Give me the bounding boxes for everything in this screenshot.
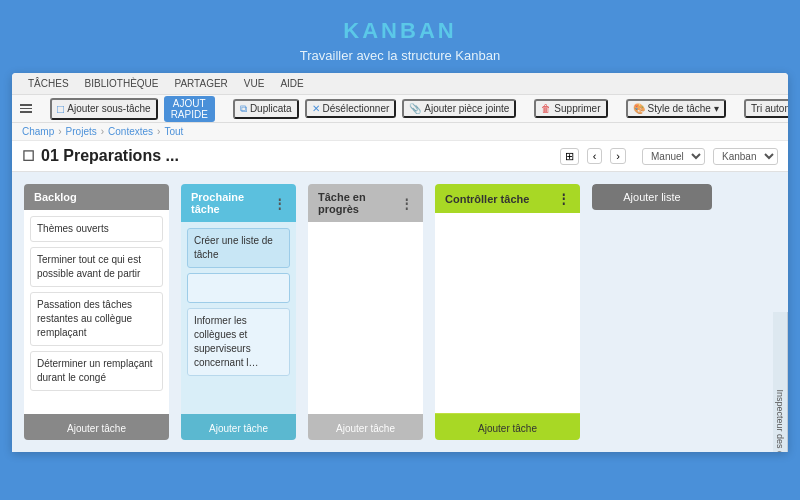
breadcrumb-sep3: › xyxy=(157,126,160,137)
controller-title: Contrôller tâche xyxy=(445,193,529,205)
app-title: KANBAN xyxy=(0,18,800,44)
chevron-down-icon: ▾ xyxy=(714,103,719,114)
grid-view-button[interactable]: ⊞ xyxy=(560,148,579,165)
add-list-button[interactable]: Ajouter liste xyxy=(592,184,712,210)
next-button[interactable]: › xyxy=(610,148,626,164)
column-progress: Tâche en progrès ⋮ Ajouter tâche xyxy=(308,184,423,440)
prochaine-footer: Ajouter tâche xyxy=(181,414,296,440)
column-controller: Contrôller tâche ⋮ Ajouter tâche xyxy=(435,184,580,440)
table-row[interactable]: Déterminer un remplaçant durant le congé xyxy=(30,351,163,391)
breadcrumb-projets[interactable]: Projets xyxy=(66,126,97,137)
prochaine-title: Prochaine tâche xyxy=(191,191,273,215)
breadcrumb: Champ › Projets › Contextes › Tout xyxy=(12,123,788,141)
menu-vue[interactable]: VUE xyxy=(236,78,273,89)
duplicata-icon: ⧉ xyxy=(240,103,247,115)
task-input-field[interactable] xyxy=(187,273,290,303)
progress-footer: Ajouter tâche xyxy=(308,414,423,440)
deselectionner-icon: ✕ xyxy=(312,103,320,114)
side-panel-label: Inspecteur des détails de tâche xyxy=(773,312,788,452)
table-row[interactable]: Créer une liste de tâche xyxy=(187,228,290,268)
progress-body xyxy=(308,222,423,414)
progress-header[interactable]: Tâche en progrès ⋮ xyxy=(308,184,423,222)
app-subtitle: Travailler avec la structure Kanban xyxy=(0,48,800,63)
breadcrumb-champ[interactable]: Champ xyxy=(22,126,54,137)
column-backlog: Backlog Thèmes ouverts Terminer tout ce … xyxy=(24,184,169,440)
style-tache-button[interactable]: 🎨 Style de tâche ▾ xyxy=(626,99,726,118)
backlog-header[interactable]: Backlog xyxy=(24,184,169,210)
backlog-body: Thèmes ouverts Terminer tout ce qui est … xyxy=(24,210,169,414)
breadcrumb-sep1: › xyxy=(58,126,61,137)
toolbar: □ Ajouter sous-tâche AJOUT RAPIDE ⧉ Dupl… xyxy=(12,95,788,123)
backlog-footer: Ajouter tâche xyxy=(24,414,169,440)
supprimer-button[interactable]: 🗑 Supprimer xyxy=(534,99,607,118)
style-icon: 🎨 xyxy=(633,103,645,114)
duplicata-button[interactable]: ⧉ Duplicata xyxy=(233,99,299,119)
prochaine-add-task-button[interactable]: Ajouter tâche xyxy=(209,423,268,434)
tri-auto-button[interactable]: Tri automatique ▾ xyxy=(744,99,788,118)
table-row[interactable]: Thèmes ouverts xyxy=(30,216,163,242)
app-header: KANBAN Travailler avec la structure Kanb… xyxy=(0,0,800,73)
column-add-list: Ajouter liste xyxy=(592,184,712,440)
deselectionner-button[interactable]: ✕ Désélectionner xyxy=(305,99,397,118)
kanban-board: Backlog Thèmes ouverts Terminer tout ce … xyxy=(12,172,788,452)
hamburger-icon[interactable] xyxy=(20,104,32,113)
breadcrumb-tout[interactable]: Tout xyxy=(164,126,183,137)
kanban-select[interactable]: Kanban xyxy=(713,148,778,165)
backlog-add-task-button[interactable]: Ajouter tâche xyxy=(67,423,126,434)
prochaine-header[interactable]: Prochaine tâche ⋮ xyxy=(181,184,296,222)
table-row[interactable]: Passation des tâches restantes au collèg… xyxy=(30,292,163,346)
progress-dots-icon[interactable]: ⋮ xyxy=(400,196,413,211)
backlog-title: Backlog xyxy=(34,191,77,203)
sous-tache-icon: □ xyxy=(57,102,64,116)
page-title: ☐ 01 Preparations ... xyxy=(22,147,179,165)
menu-partager[interactable]: PARTAGER xyxy=(166,78,235,89)
main-window: TÂCHES BIBLIOTHÈQUE PARTAGER VUE AIDE □ … xyxy=(12,73,788,452)
controller-footer: Ajouter tâche xyxy=(435,413,580,440)
menu-bar: TÂCHES BIBLIOTHÈQUE PARTAGER VUE AIDE xyxy=(12,73,788,95)
controller-header[interactable]: Contrôller tâche ⋮ xyxy=(435,184,580,213)
table-row[interactable]: Terminer tout ce qui est possible avant … xyxy=(30,247,163,287)
menu-bibliotheque[interactable]: BIBLIOTHÈQUE xyxy=(77,78,167,89)
controller-dots-icon[interactable]: ⋮ xyxy=(557,191,570,206)
menu-aide[interactable]: AIDE xyxy=(272,78,311,89)
trash-icon: 🗑 xyxy=(541,103,551,114)
prochaine-body: Créer une liste de tâche Informer les co… xyxy=(181,222,296,414)
menu-taches[interactable]: TÂCHES xyxy=(20,78,77,89)
progress-title: Tâche en progrès xyxy=(318,191,400,215)
column-prochaine: Prochaine tâche ⋮ Créer une liste de tâc… xyxy=(181,184,296,440)
sous-tache-button[interactable]: □ Ajouter sous-tâche xyxy=(50,98,158,120)
prev-button[interactable]: ‹ xyxy=(587,148,603,164)
ajouter-piece-button[interactable]: 📎 Ajouter pièce jointe xyxy=(402,99,516,118)
prochaine-dots-icon[interactable]: ⋮ xyxy=(273,196,286,211)
progress-add-task-button[interactable]: Ajouter tâche xyxy=(336,423,395,434)
view-controls: ⊞ ‹ › Manuel Kanban xyxy=(560,148,778,165)
controller-add-task-button[interactable]: Ajouter tâche xyxy=(478,423,537,434)
breadcrumb-sep2: › xyxy=(101,126,104,137)
page-title-checkbox-icon: ☐ xyxy=(22,148,35,164)
ajout-rapide-button[interactable]: AJOUT RAPIDE xyxy=(164,96,215,122)
manual-select[interactable]: Manuel xyxy=(642,148,705,165)
page-title-bar: ☐ 01 Preparations ... ⊞ ‹ › Manuel Kanba… xyxy=(12,141,788,172)
paperclip-icon: 📎 xyxy=(409,103,421,114)
breadcrumb-contextes[interactable]: Contextes xyxy=(108,126,153,137)
table-row[interactable]: Informer les collègues et superviseurs c… xyxy=(187,308,290,376)
controller-body xyxy=(435,213,580,413)
